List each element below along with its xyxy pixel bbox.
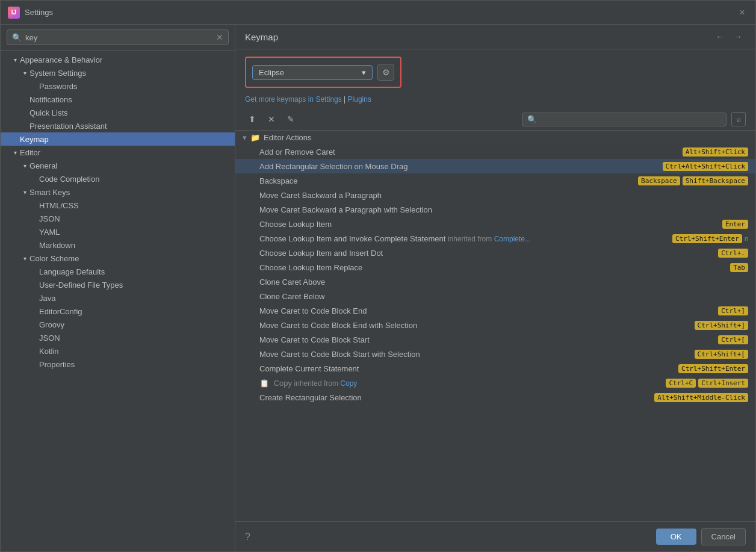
sidebar-item-label: Groovy [39, 320, 64, 329]
action-row-move-caret-backward-para[interactable]: Move Caret Backward a Paragraph [235, 188, 755, 202]
action-name: Clone Caret Below [259, 292, 748, 301]
sidebar-item-language-defaults[interactable]: ▾ Language Defaults [1, 265, 235, 278]
sidebar-item-code-completion[interactable]: ▾ Code Completion [1, 172, 235, 185]
sidebar-item-label: Java [39, 294, 55, 303]
action-row-caret-code-block-end[interactable]: Move Caret to Code Block End Ctrl+] [235, 303, 755, 318]
shortcut-badge: Ctrl+C [666, 379, 696, 388]
sidebar-item-editorconfig[interactable]: ▾ EditorConfig [1, 305, 235, 318]
help-button[interactable]: ? [245, 532, 250, 542]
sidebar-item-user-defined-file-types[interactable]: ▾ User-Defined File Types [1, 278, 235, 291]
sidebar-item-html-css[interactable]: ▾ HTML/CSS [1, 199, 235, 212]
action-name: Choose Lookup Item [259, 220, 722, 229]
nav-forward-button[interactable]: → [730, 31, 746, 43]
search-clear-icon[interactable]: ✕ [216, 33, 223, 42]
sidebar-item-label: Properties [39, 360, 75, 369]
search-action-input[interactable] [539, 115, 721, 124]
chevron-down-icon: ▾ [362, 68, 366, 77]
chevron-down-icon: ▾ [10, 147, 20, 157]
keymap-dropdown[interactable]: Eclipse ▾ [252, 65, 373, 80]
copy-label: Copy [274, 379, 292, 388]
shortcuts: Backspace Shift+Backspace [638, 176, 748, 185]
sidebar-item-presentation-assistant[interactable]: ▾ Presentation Assistant [1, 119, 235, 132]
sidebar-item-json2[interactable]: ▾ JSON [1, 331, 235, 344]
nav-back-button[interactable]: ← [712, 31, 728, 43]
shortcut-badge: Enter [722, 220, 748, 229]
sidebar-item-java[interactable]: ▾ Java [1, 291, 235, 305]
action-row-caret-code-block-end-sel[interactable]: Move Caret to Code Block End with Select… [235, 318, 755, 332]
right-panel: Keymap ← → Eclipse ▾ ⚙ [235, 25, 755, 551]
sidebar-item-passwords[interactable]: ▾ Passwords [1, 79, 235, 93]
sidebar-item-keymap[interactable]: ▾ Keymap [1, 132, 235, 146]
panel-header: Keymap ← → [235, 25, 755, 49]
sidebar-item-system-settings[interactable]: ▾ System Settings [1, 66, 235, 79]
sidebar-item-json[interactable]: ▾ JSON [1, 212, 235, 225]
cancel-button[interactable]: Cancel [701, 528, 746, 545]
inherited-link[interactable]: Copy [340, 379, 357, 388]
shortcut-badge: Ctrl+Shift+] [695, 321, 748, 330]
sidebar-item-label: Smart Keys [29, 188, 70, 197]
sidebar-item-label: EditorConfig [39, 307, 82, 316]
sidebar-item-yaml[interactable]: ▾ YAML [1, 225, 235, 238]
sidebar-item-label: Quick Lists [29, 108, 68, 117]
shortcuts: Ctrl+Shift+Enter [678, 364, 748, 373]
action-row-choose-lookup-invoke[interactable]: Choose Lookup Item and Invoke Complete S… [235, 231, 755, 246]
find-shortcut-button[interactable]: ⌕ [731, 112, 746, 126]
action-row-clone-caret-above[interactable]: Clone Caret Above [235, 274, 755, 289]
action-row-choose-lookup-replace[interactable]: Choose Lookup Item Replace Tab [235, 260, 755, 274]
action-name: Choose Lookup Item Replace [259, 263, 730, 272]
shortcuts: Ctrl+C Ctrl+Insert [666, 379, 748, 388]
app-icon: IJ [8, 7, 20, 19]
remove-button[interactable]: ✕ [264, 112, 279, 126]
sidebar-item-label: HTML/CSS [39, 201, 79, 210]
sidebar-item-notifications[interactable]: ▾ Notifications [1, 93, 235, 106]
action-name: Move Caret to Code Block End [259, 306, 718, 315]
sidebar-item-groovy[interactable]: ▾ Groovy [1, 318, 235, 331]
title-bar: IJ Settings × [1, 1, 755, 25]
action-name: Move Caret Backward a Paragraph with Sel… [259, 205, 748, 214]
action-row-caret-code-block-start[interactable]: Move Caret to Code Block Start Ctrl+[ [235, 332, 755, 347]
inherited-link[interactable]: Complete... [494, 235, 531, 243]
action-row-choose-lookup-dot[interactable]: Choose Lookup Item and Insert Dot Ctrl+. [235, 246, 755, 260]
shortcuts: Ctrl+Alt+Shift+Click [663, 162, 748, 171]
action-row-move-caret-backward-para-sel[interactable]: Move Caret Backward a Paragraph with Sel… [235, 202, 755, 217]
action-row-clone-caret-below[interactable]: Clone Caret Below [235, 289, 755, 303]
search-input[interactable] [25, 33, 212, 42]
sidebar-item-color-scheme[interactable]: ▾ Color Scheme [1, 252, 235, 265]
sidebar-item-label: Kotlin [39, 347, 59, 356]
keymap-gear-button[interactable]: ⚙ [377, 64, 394, 81]
action-name: Move Caret to Code Block Start [259, 335, 718, 344]
settings-dialog: IJ Settings × 🔍 ✕ ▾ Appearance & Behavio… [0, 0, 756, 552]
shortcut-badge: Ctrl+Alt+Shift+Click [663, 162, 748, 171]
action-group-editor-actions[interactable]: ▾ 📁 Editor Actions [235, 131, 755, 144]
edit-button[interactable]: ✎ [284, 112, 298, 126]
action-name: Move Caret to Code Block Start with Sele… [259, 350, 695, 359]
action-row-choose-lookup-item[interactable]: Choose Lookup Item Enter [235, 217, 755, 231]
sidebar-item-label: JSON [39, 333, 60, 343]
sidebar-item-quick-lists[interactable]: ▾ Quick Lists [1, 106, 235, 119]
plugins-link[interactable]: Plugins [348, 95, 371, 104]
sidebar-item-editor[interactable]: ▾ Editor [1, 146, 235, 159]
action-row-add-rectangular-selection[interactable]: Add Rectangular Selection on Mouse Drag … [235, 159, 755, 173]
sidebar-item-kotlin[interactable]: ▾ Kotlin [1, 344, 235, 358]
action-row-add-remove-caret[interactable]: Add or Remove Caret Alt+Shift+Click [235, 144, 755, 159]
sidebar-item-appearance[interactable]: ▾ Appearance & Behavior [1, 53, 235, 66]
ok-button[interactable]: OK [656, 529, 696, 545]
sidebar-item-properties[interactable]: ▾ Properties [1, 358, 235, 371]
move-up-button[interactable]: ⬆ [245, 112, 259, 126]
sidebar-item-smart-keys[interactable]: ▾ Smart Keys [1, 185, 235, 199]
shortcuts: Ctrl+. [718, 249, 748, 258]
settings-plugins-link[interactable]: Get more keymaps in Settings [245, 95, 342, 104]
sidebar-item-markdown[interactable]: ▾ Markdown [1, 238, 235, 252]
keymap-value: Eclipse [259, 68, 284, 77]
move-up-icon: ⬆ [249, 114, 256, 124]
action-row-caret-code-block-start-sel[interactable]: Move Caret to Code Block Start with Sele… [235, 347, 755, 361]
close-icon: ✕ [268, 114, 275, 124]
action-row-copy[interactable]: 📋 Copy inherited from Copy Ctrl+C Ctrl+I… [235, 376, 755, 390]
action-row-backspace[interactable]: Backspace Backspace Shift+Backspace [235, 173, 755, 188]
chevron-down-icon: ▾ [10, 55, 20, 64]
action-row-create-rect-selection[interactable]: Create Rectangular Selection Alt+Shift+M… [235, 390, 755, 405]
close-button[interactable]: × [736, 7, 748, 19]
sidebar-item-general[interactable]: ▾ General [1, 159, 235, 172]
sidebar-item-label: Code Completion [39, 175, 99, 184]
action-row-complete-current[interactable]: Complete Current Statement Ctrl+Shift+En… [235, 361, 755, 376]
